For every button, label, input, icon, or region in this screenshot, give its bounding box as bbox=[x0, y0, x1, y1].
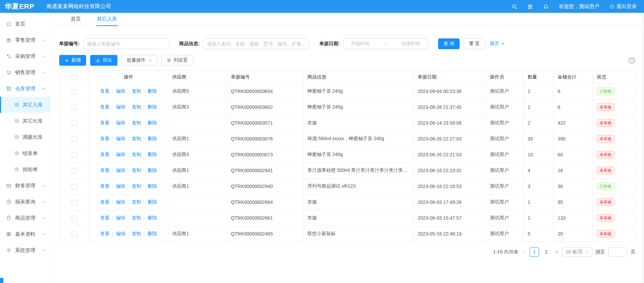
date-range-input[interactable]: 开始时间 ~ 结束时间 bbox=[343, 38, 428, 49]
column-settings-button[interactable]: 列设置 bbox=[161, 55, 193, 66]
search-button[interactable]: 查 询 bbox=[438, 38, 460, 49]
row-checkbox[interactable] bbox=[72, 105, 77, 110]
action-link-view[interactable]: 查看 bbox=[100, 136, 109, 142]
row-checkbox[interactable] bbox=[72, 89, 77, 94]
action-link-delete[interactable]: 删除 bbox=[147, 183, 157, 189]
action-link-view[interactable]: 查看 bbox=[100, 199, 109, 205]
batch-operations-button[interactable]: 批量操作 bbox=[121, 55, 157, 66]
action-link-copy[interactable]: 复制 bbox=[132, 120, 141, 126]
action-link-edit[interactable]: 编辑 bbox=[116, 183, 125, 189]
tab-home[interactable]: 首页 bbox=[70, 13, 81, 26]
logout-button[interactable]: 退出登录 bbox=[609, 3, 637, 10]
sidebar-subitem-assembly[interactable]: 组装单 bbox=[0, 145, 50, 161]
sidebar-item-basic[interactable]: 基本资料 bbox=[0, 226, 50, 242]
search-icon[interactable] bbox=[511, 4, 517, 9]
action-link-edit[interactable]: 编辑 bbox=[116, 88, 125, 94]
sidebar-item-goods[interactable]: 商品管理 bbox=[0, 210, 50, 226]
expand-link[interactable]: 展开 bbox=[490, 41, 505, 47]
sidebar-item-sales[interactable]: 销售管理 bbox=[0, 64, 50, 81]
prev-page-button[interactable] bbox=[522, 250, 526, 254]
row-checkbox[interactable] bbox=[72, 200, 77, 205]
page-size-select[interactable]: 10 条/页 bbox=[562, 247, 592, 257]
help-icon[interactable]: ? bbox=[628, 57, 635, 64]
row-checkbox[interactable] bbox=[72, 152, 77, 158]
action-link-copy[interactable]: 复制 bbox=[132, 183, 141, 189]
action-link-delete[interactable]: 删除 bbox=[147, 104, 157, 110]
sidebar-subitem-disassembly[interactable]: 拆卸单 bbox=[0, 161, 50, 178]
bell-icon[interactable] bbox=[543, 4, 549, 9]
column-header: 操作员 bbox=[486, 71, 523, 84]
action-link-copy[interactable]: 复制 bbox=[132, 167, 141, 174]
page-number-2[interactable]: 2 bbox=[542, 247, 551, 257]
action-link-view[interactable]: 查看 bbox=[100, 104, 109, 110]
select-all-checkbox[interactable] bbox=[72, 74, 77, 80]
action-link-view[interactable]: 查看 bbox=[100, 152, 109, 158]
row-checkbox[interactable] bbox=[72, 121, 77, 126]
action-link-delete[interactable]: 删除 bbox=[147, 136, 157, 142]
action-link-delete[interactable]: 删除 bbox=[147, 88, 157, 94]
sidebar-item-home[interactable]: 首页 bbox=[0, 16, 50, 32]
row-checkbox[interactable] bbox=[72, 216, 77, 221]
bill-no-input[interactable] bbox=[83, 38, 169, 49]
action-link-edit[interactable]: 编辑 bbox=[116, 152, 125, 158]
sidebar-subitem-other-in[interactable]: 其它入库 bbox=[0, 97, 50, 113]
sidebar-item-warehouse[interactable]: 仓库管理 bbox=[0, 81, 50, 97]
action-link-view[interactable]: 查看 bbox=[100, 183, 109, 189]
action-link-edit[interactable]: 编辑 bbox=[116, 104, 125, 110]
action-link-delete[interactable]: 删除 bbox=[147, 215, 157, 221]
action-link-edit[interactable]: 编辑 bbox=[116, 136, 125, 142]
sidebar-item-report[interactable]: 报表查询 bbox=[0, 194, 50, 210]
tab-other-inbound[interactable]: 其它入库 bbox=[96, 13, 118, 26]
column-header: 商品信息 bbox=[303, 71, 414, 84]
action-link-copy[interactable]: 复制 bbox=[132, 88, 141, 94]
action-link-edit[interactable]: 编辑 bbox=[116, 199, 125, 205]
action-link-delete[interactable]: 删除 bbox=[147, 199, 157, 205]
action-link-view[interactable]: 查看 bbox=[100, 88, 109, 94]
action-link-edit[interactable]: 编辑 bbox=[116, 231, 125, 237]
reset-button[interactable]: 重 置 bbox=[464, 38, 485, 49]
sidebar-item-purchase[interactable]: 采购管理 bbox=[0, 48, 50, 64]
scrollbar[interactable] bbox=[642, 13, 644, 283]
sidebar-item-finance[interactable]: 财务管理 bbox=[0, 178, 50, 194]
action-link-view[interactable]: 查看 bbox=[100, 167, 109, 174]
action-separator bbox=[128, 105, 129, 109]
sidebar-item-retail[interactable]: 零售管理 bbox=[0, 32, 50, 48]
action-link-view[interactable]: 查看 bbox=[100, 120, 109, 126]
welcome-user-text: 欢迎您，测试用户 bbox=[559, 3, 599, 10]
export-button[interactable]: 导出 bbox=[90, 55, 117, 66]
action-link-copy[interactable]: 复制 bbox=[132, 136, 141, 142]
action-link-delete[interactable]: 删除 bbox=[147, 231, 157, 237]
action-link-copy[interactable]: 复制 bbox=[132, 104, 141, 110]
action-link-copy[interactable]: 复制 bbox=[132, 199, 141, 205]
jump-page-input[interactable] bbox=[608, 247, 627, 257]
row-checkbox[interactable] bbox=[72, 231, 77, 237]
cell-qty: 1 bbox=[524, 99, 553, 115]
action-link-edit[interactable]: 编辑 bbox=[116, 120, 125, 126]
action-link-copy[interactable]: 复制 bbox=[132, 152, 141, 158]
action-link-view[interactable]: 查看 bbox=[100, 215, 109, 221]
svg-text:?: ? bbox=[631, 58, 633, 62]
action-link-copy[interactable]: 复制 bbox=[132, 231, 141, 237]
status-badge: 未审核 bbox=[597, 198, 614, 206]
action-link-delete[interactable]: 删除 bbox=[147, 167, 157, 174]
action-link-view[interactable]: 查看 bbox=[100, 231, 109, 237]
page-number-1[interactable]: 1 bbox=[530, 247, 539, 257]
cell-bill-no: QTRK00000003571 bbox=[227, 115, 303, 131]
action-link-delete[interactable]: 删除 bbox=[147, 120, 157, 126]
row-checkbox[interactable] bbox=[72, 184, 77, 189]
sidebar-subitem-other-out[interactable]: 其它出库 bbox=[0, 113, 50, 129]
action-link-edit[interactable]: 编辑 bbox=[116, 167, 125, 174]
next-page-button[interactable] bbox=[554, 250, 559, 254]
action-link-edit[interactable]: 编辑 bbox=[116, 215, 125, 221]
product-info-input[interactable] bbox=[203, 38, 309, 49]
action-link-delete[interactable]: 删除 bbox=[147, 152, 157, 158]
action-link-copy[interactable]: 复制 bbox=[132, 215, 141, 221]
sidebar-item-system[interactable]: 系统管理 bbox=[0, 242, 50, 258]
bank-icon[interactable] bbox=[527, 4, 533, 9]
row-checkbox[interactable] bbox=[72, 168, 77, 174]
sidebar-collapse-strip[interactable] bbox=[0, 278, 3, 283]
sidebar-subitem-transfer-out[interactable]: 调拨出库 bbox=[0, 129, 50, 145]
add-button[interactable]: 新增 bbox=[59, 55, 86, 66]
cell-qty: 3 bbox=[524, 179, 553, 194]
row-checkbox[interactable] bbox=[72, 136, 77, 142]
